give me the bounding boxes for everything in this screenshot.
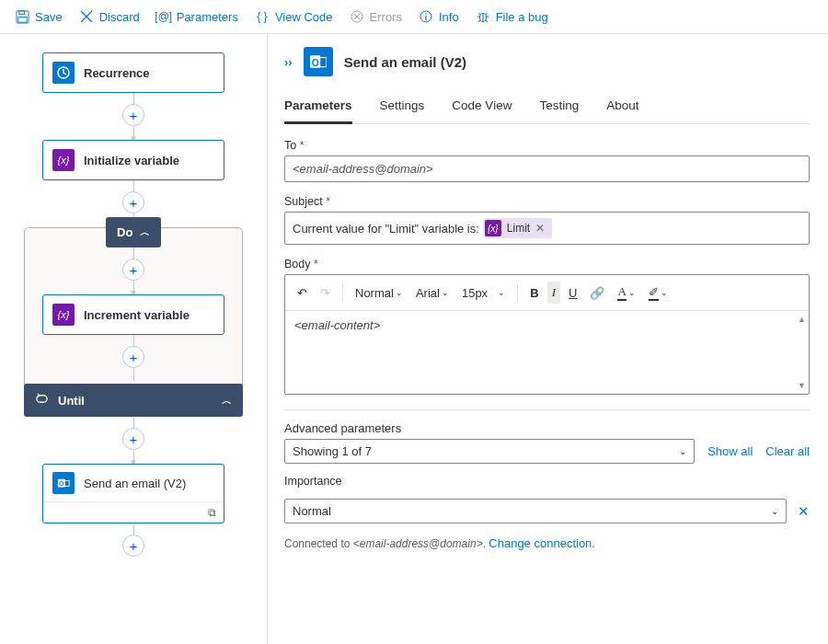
add-step-button[interactable]: + (122, 428, 144, 450)
file-bug-label: File a bug (496, 10, 548, 24)
svg-rect-2 (17, 17, 26, 22)
variable-icon: {x} (52, 149, 75, 171)
do-header[interactable]: Do ︿ (106, 217, 161, 247)
save-button[interactable]: Save (7, 4, 70, 29)
rich-text-toolbar: ↶ ↷ Normal ⌄ Arial ⌄ 15px ⌄ B I U 🔗 A ⌄ … (285, 275, 809, 311)
connector (133, 93, 134, 104)
chevron-down-icon: ⌄ (679, 446, 686, 456)
workflow-canvas: Recurrence + ▼ {x} Initialize variable +… (0, 34, 267, 644)
subject-input[interactable]: Current value for "Limit" variable is: {… (284, 212, 810, 245)
font-color-button[interactable]: A ⌄ (613, 281, 639, 305)
subject-text: Current value for "Limit" variable is: (293, 222, 479, 236)
divider (284, 409, 810, 410)
importance-label: Importance (284, 475, 810, 488)
advanced-parameters-dropdown[interactable]: Showing 1 of 7 ⌄ (284, 439, 695, 464)
recurrence-step[interactable]: Recurrence (42, 52, 224, 93)
variable-icon: {x} (485, 220, 501, 236)
underline-button[interactable]: U (564, 282, 581, 304)
svg-text:O: O (59, 480, 64, 487)
file-bug-button[interactable]: File a bug (468, 4, 556, 29)
subject-label: Subject * (284, 195, 810, 208)
tab-about[interactable]: About (606, 93, 638, 123)
outlook-icon: O (304, 47, 333, 76)
add-step-button[interactable]: + (122, 191, 144, 213)
to-input[interactable]: <email-address@domain> (284, 155, 810, 182)
link-button[interactable]: 🔗 (585, 282, 609, 304)
variable-icon: {x} (52, 304, 75, 326)
remove-parameter-button[interactable]: ✕ (798, 503, 810, 520)
importance-dropdown[interactable]: Normal ⌄ (284, 499, 787, 523)
do-label: Do (117, 225, 132, 239)
show-all-link[interactable]: Show all (707, 444, 753, 458)
svg-rect-1 (18, 10, 24, 14)
increment-label: Increment variable (84, 308, 190, 322)
add-step-button[interactable]: + (122, 259, 144, 281)
italic-button[interactable]: I (547, 282, 560, 304)
errors-button: Errors (342, 4, 409, 29)
tab-settings[interactable]: Settings (380, 93, 425, 123)
add-step-button[interactable]: + (122, 535, 144, 557)
add-step-button[interactable]: + (122, 346, 144, 368)
increment-variable-step[interactable]: {x} Increment variable (42, 294, 224, 335)
info-label: Info (439, 10, 459, 24)
initialize-variable-step[interactable]: {x} Initialize variable (42, 140, 224, 180)
add-step-button[interactable]: + (122, 104, 144, 126)
chevron-down-icon: ⌄ (442, 288, 449, 297)
body-textarea[interactable]: <email-content> ▲▼ (285, 311, 809, 394)
bold-button[interactable]: B (525, 282, 543, 304)
remove-token-button[interactable]: ✕ (535, 222, 545, 235)
chevron-down-icon: ⌄ (628, 288, 636, 297)
clear-all-link[interactable]: Clear all (765, 444, 810, 458)
info-icon (419, 9, 433, 24)
initvar-label: Initialize variable (84, 154, 179, 167)
connector (133, 335, 134, 346)
font-size-dropdown[interactable]: 15px ⌄ (457, 282, 510, 304)
change-connection-link[interactable]: Change connection. (489, 536, 595, 550)
send-email-step[interactable]: O Send an email (V2) ⧉ (42, 464, 224, 523)
connector (133, 417, 134, 428)
variable-token[interactable]: {x} Limit ✕ (483, 218, 552, 238)
view-code-label: View Code (275, 10, 333, 24)
discard-icon (79, 9, 94, 24)
parameters-button[interactable]: [@] Parameters (149, 4, 246, 29)
save-icon (15, 9, 29, 24)
svg-point-5 (425, 13, 427, 15)
parameters-icon: [@] (156, 9, 171, 24)
collapse-panel-button[interactable]: ›› (284, 55, 293, 69)
highlight-button[interactable]: ✐ ⌄ (644, 282, 673, 305)
errors-label: Errors (370, 10, 402, 24)
tab-testing[interactable]: Testing (539, 93, 579, 123)
until-header[interactable]: Until ︿ (24, 384, 243, 417)
heading-dropdown[interactable]: Normal ⌄ (351, 282, 408, 304)
chevron-down-icon: ⌄ (396, 288, 403, 297)
chevron-up-icon: ︿ (222, 394, 232, 408)
info-button[interactable]: Info (411, 4, 466, 29)
connector (133, 180, 134, 191)
errors-icon (350, 9, 364, 24)
do-until-group: Do ︿ + ▼ {x} Increment variable + (24, 227, 243, 395)
tab-code-view[interactable]: Code View (452, 93, 512, 123)
redo-button: ↷ (316, 282, 335, 304)
undo-button[interactable]: ↶ (293, 282, 312, 304)
top-toolbar: Save Discard [@] Parameters { } View Cod… (0, 0, 828, 34)
svg-text:O: O (311, 58, 318, 68)
body-editor: ↶ ↷ Normal ⌄ Arial ⌄ 15px ⌄ B I U 🔗 A ⌄ … (284, 274, 810, 395)
outlook-icon: O (52, 472, 75, 494)
panel-tabs: Parameters Settings Code View Testing Ab… (284, 93, 810, 124)
loop-icon (35, 392, 49, 408)
font-dropdown[interactable]: Arial ⌄ (411, 282, 454, 304)
chevron-down-icon: ⌄ (771, 506, 778, 516)
discard-button[interactable]: Discard (72, 4, 147, 29)
panel-title: Send an email (V2) (344, 54, 466, 70)
bug-icon (476, 9, 490, 24)
save-label: Save (35, 10, 63, 24)
chevron-down-icon: ⌄ (661, 288, 668, 297)
tab-parameters[interactable]: Parameters (284, 93, 352, 124)
recurrence-label: Recurrence (84, 66, 150, 80)
connector (133, 247, 134, 259)
body-label: Body * (284, 258, 810, 270)
svg-rect-15 (319, 58, 327, 67)
details-panel: ›› O Send an email (V2) Parameters Setti… (267, 34, 828, 644)
scrollbar[interactable]: ▲▼ (798, 315, 807, 390)
view-code-button[interactable]: { } View Code (247, 4, 340, 29)
